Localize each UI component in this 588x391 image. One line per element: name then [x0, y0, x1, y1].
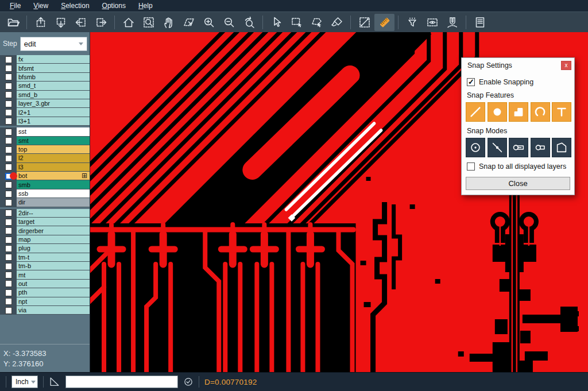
menu-file[interactable]: File: [3, 0, 27, 11]
layer-item-dir[interactable]: dir: [17, 198, 90, 207]
pan-left-button[interactable]: [71, 14, 91, 31]
layer-item-mt[interactable]: mt: [17, 270, 90, 279]
layer-visibility-checkbox[interactable]: [5, 227, 12, 234]
layer-item-l3+1[interactable]: l3+1: [17, 117, 90, 126]
layer-item-out[interactable]: out: [17, 280, 90, 288]
layer-visibility-checkbox[interactable]: [5, 254, 12, 261]
select-rect-button[interactable]: [287, 14, 307, 31]
layer-item-smt[interactable]: smt: [17, 137, 90, 145]
filter-button[interactable]: [402, 14, 422, 31]
layer-visibility-checkbox[interactable]: [5, 237, 12, 243]
layer-visibility-checkbox[interactable]: [5, 191, 12, 198]
layer-visibility-checkbox[interactable]: [5, 298, 12, 305]
layer-visibility-checkbox[interactable]: [5, 280, 12, 287]
layer-item-bfsmt[interactable]: bfsmt: [17, 64, 90, 72]
layer-visibility-checkbox[interactable]: [5, 83, 12, 90]
layer-visibility-checkbox[interactable]: [5, 164, 12, 171]
layer-item-l2[interactable]: l2: [17, 154, 90, 162]
layer-visibility-checkbox[interactable]: [5, 109, 12, 116]
contour-snap-button[interactable]: [552, 138, 571, 157]
pan-down-button[interactable]: [51, 14, 71, 31]
enable-snapping-checkbox[interactable]: [467, 78, 475, 86]
zoom-out-button[interactable]: [219, 14, 239, 31]
layer-visibility-checkbox[interactable]: [5, 289, 12, 296]
layer-item-bot[interactable]: bot⊞: [17, 172, 90, 180]
on-line-snap-button[interactable]: [488, 138, 507, 157]
text-snap-button[interactable]: [552, 102, 571, 122]
command-input[interactable]: [65, 375, 178, 388]
dialog-titlebar[interactable]: Snap Settings x: [462, 58, 574, 72]
layer-visibility-checkbox[interactable]: [5, 199, 12, 206]
layer-visibility-checkbox[interactable]: [5, 146, 12, 153]
menu-view[interactable]: View: [27, 0, 55, 11]
slot-long-snap-button[interactable]: [509, 138, 528, 157]
pan-hand-button[interactable]: [158, 14, 179, 31]
all-layers-checkbox[interactable]: [467, 162, 475, 171]
zoom-previous-button[interactable]: [239, 14, 259, 31]
layer-item-ssb[interactable]: ssb: [17, 189, 90, 198]
layer-item-smd_t[interactable]: smd_t: [17, 82, 90, 90]
layer-visibility-checkbox[interactable]: [5, 210, 12, 216]
layer-visibility-checkbox[interactable]: [5, 155, 12, 162]
layer-item-sst[interactable]: sst: [17, 127, 90, 136]
layer-visibility-checkbox[interactable]: [5, 245, 12, 252]
all-layers-row[interactable]: Snap to all displayed layers: [467, 162, 569, 171]
layer-visibility-checkbox[interactable]: [5, 272, 12, 278]
layer-visibility-checkbox[interactable]: [5, 263, 12, 270]
layer-visibility-checkbox[interactable]: [5, 73, 12, 80]
layer-item-tm-b[interactable]: tm-b: [17, 262, 90, 270]
menu-options[interactable]: Options: [96, 0, 132, 11]
menu-selection[interactable]: Selection: [55, 0, 95, 11]
layer-visibility-checkbox[interactable]: [5, 118, 12, 125]
circle-snap-button[interactable]: [488, 102, 507, 122]
line-snap-button[interactable]: [466, 102, 485, 122]
layer-item-npt[interactable]: npt: [17, 297, 90, 306]
view-options-button[interactable]: [422, 14, 442, 31]
zoom-area-button[interactable]: [179, 14, 199, 31]
enable-snapping-row[interactable]: Enable Snapping: [467, 78, 569, 86]
pan-right-button[interactable]: [91, 14, 111, 31]
layer-visibility-checkbox[interactable]: [5, 129, 12, 136]
layer-item-top[interactable]: top: [17, 145, 90, 154]
menu-help[interactable]: Help: [132, 0, 159, 11]
layer-visibility-checkbox[interactable]: [5, 137, 12, 144]
clean-button[interactable]: [327, 14, 347, 31]
ruler-button[interactable]: [374, 14, 394, 31]
layer-visibility-checkbox[interactable]: [5, 181, 12, 188]
layer-item-l3[interactable]: l3: [17, 163, 90, 172]
snap-button[interactable]: [442, 14, 462, 31]
unit-dropdown[interactable]: Inch: [11, 375, 38, 388]
layer-item-l2+1[interactable]: l2+1: [17, 108, 90, 117]
layer-visibility-checkbox[interactable]: [5, 65, 12, 72]
layer-item-target[interactable]: target: [17, 218, 90, 226]
zoom-home-button[interactable]: [118, 14, 138, 31]
layer-item-layer_3.gbr[interactable]: layer_3.gbr: [17, 99, 90, 108]
layer-item-bfsmb[interactable]: bfsmb: [17, 73, 90, 82]
layer-item-tm-t[interactable]: tm-t: [17, 253, 90, 262]
surface-snap-button[interactable]: [509, 102, 528, 122]
layer-item-pth[interactable]: pth: [17, 288, 90, 297]
report-button[interactable]: [470, 14, 490, 31]
measure-button[interactable]: [354, 14, 374, 31]
select-polygon-button[interactable]: [307, 14, 327, 31]
layer-item-dirgerber[interactable]: dirgerber: [17, 226, 90, 235]
layer-visibility-checkbox[interactable]: [5, 100, 12, 107]
layer-item-via[interactable]: via: [17, 306, 90, 315]
slot-short-snap-button[interactable]: [531, 138, 550, 157]
layer-visibility-checkbox[interactable]: [5, 56, 12, 63]
layer-item-fx[interactable]: fx: [17, 55, 90, 64]
zoom-fit-button[interactable]: [138, 14, 158, 31]
select-button[interactable]: [266, 14, 287, 31]
layer-visibility-checkbox[interactable]: [5, 91, 12, 98]
layer-item-smd_b[interactable]: smd_b: [17, 91, 90, 99]
layer-item-plug[interactable]: plug: [17, 244, 90, 253]
layer-visibility-checkbox[interactable]: [5, 219, 12, 226]
close-dialog-button[interactable]: x: [561, 61, 571, 70]
open-button[interactable]: [3, 14, 23, 31]
check-circle-icon[interactable]: [183, 377, 194, 387]
pan-up-button[interactable]: [30, 14, 51, 31]
center-snap-button[interactable]: [466, 138, 485, 157]
zoom-in-button[interactable]: [199, 14, 219, 31]
layer-item-smb[interactable]: smb: [17, 180, 90, 189]
arc-snap-button[interactable]: [531, 102, 550, 122]
